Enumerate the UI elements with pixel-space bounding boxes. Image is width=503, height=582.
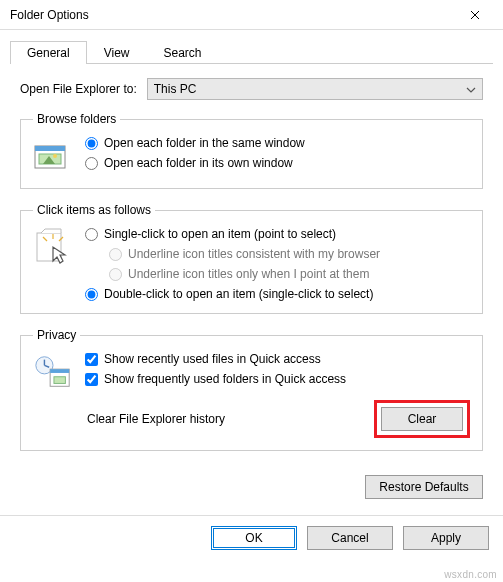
svg-rect-1 [35,146,65,151]
restore-defaults-button[interactable]: Restore Defaults [365,475,483,499]
window-title: Folder Options [10,8,89,22]
tab-view[interactable]: View [87,41,147,64]
radio-underline-browser-input [109,248,122,261]
radio-single-click[interactable]: Single-click to open an item (point to s… [85,227,380,241]
clear-highlight: Clear [374,400,470,438]
radio-own-window[interactable]: Open each folder in its own window [85,156,305,170]
check-freq-folders-label: Show frequently used folders in Quick ac… [104,372,346,386]
privacy-icon [33,352,73,392]
svg-rect-12 [50,369,69,373]
open-explorer-label: Open File Explorer to: [20,82,137,96]
tab-general[interactable]: General [10,41,87,64]
radio-underline-point-input [109,268,122,281]
check-recent-files[interactable]: Show recently used files in Quick access [85,352,470,366]
chevron-down-icon [466,82,476,96]
radio-same-window-label: Open each folder in the same window [104,136,305,150]
radio-single-click-label: Single-click to open an item (point to s… [104,227,336,241]
browse-folders-legend: Browse folders [33,112,120,126]
check-recent-files-label: Show recently used files in Quick access [104,352,321,366]
open-explorer-dropdown[interactable]: This PC [147,78,483,100]
clear-history-label: Clear File Explorer history [87,412,225,426]
open-explorer-value: This PC [154,82,197,96]
radio-underline-browser-label: Underline icon titles consistent with my… [128,247,380,261]
title-bar: Folder Options [0,0,503,30]
radio-own-window-input[interactable] [85,157,98,170]
privacy-group: Privacy Show recently used files in Quic… [20,328,483,451]
tabs: General View Search [10,40,493,64]
radio-same-window-input[interactable] [85,137,98,150]
divider [0,515,503,516]
check-recent-files-input[interactable] [85,353,98,366]
radio-same-window[interactable]: Open each folder in the same window [85,136,305,150]
radio-double-click[interactable]: Double-click to open an item (single-cli… [85,287,380,301]
close-button[interactable] [455,1,495,29]
radio-double-click-input[interactable] [85,288,98,301]
radio-underline-browser: Underline icon titles consistent with my… [109,247,380,261]
svg-point-3 [53,154,57,158]
check-freq-folders[interactable]: Show frequently used folders in Quick ac… [85,372,470,386]
radio-double-click-label: Double-click to open an item (single-cli… [104,287,373,301]
close-icon [470,10,480,20]
check-freq-folders-input[interactable] [85,373,98,386]
click-items-icon [33,227,73,267]
click-items-legend: Click items as follows [33,203,155,217]
svg-rect-13 [54,377,65,384]
click-items-group: Click items as follows Single-click to o… [20,203,483,314]
tab-search[interactable]: Search [147,41,219,64]
dialog-footer: OK Cancel Apply [0,526,503,562]
clear-button[interactable]: Clear [381,407,463,431]
watermark: wsxdn.com [444,569,497,580]
tab-content: Open File Explorer to: This PC Browse fo… [0,64,503,475]
radio-single-click-input[interactable] [85,228,98,241]
radio-underline-point: Underline icon titles only when I point … [109,267,380,281]
browse-folders-group: Browse folders Open each folder in the s… [20,112,483,189]
radio-own-window-label: Open each folder in its own window [104,156,293,170]
radio-underline-point-label: Underline icon titles only when I point … [128,267,369,281]
ok-button[interactable]: OK [211,526,297,550]
cancel-button[interactable]: Cancel [307,526,393,550]
browse-folders-icon [33,136,73,176]
privacy-legend: Privacy [33,328,80,342]
apply-button[interactable]: Apply [403,526,489,550]
open-explorer-row: Open File Explorer to: This PC [20,78,483,100]
